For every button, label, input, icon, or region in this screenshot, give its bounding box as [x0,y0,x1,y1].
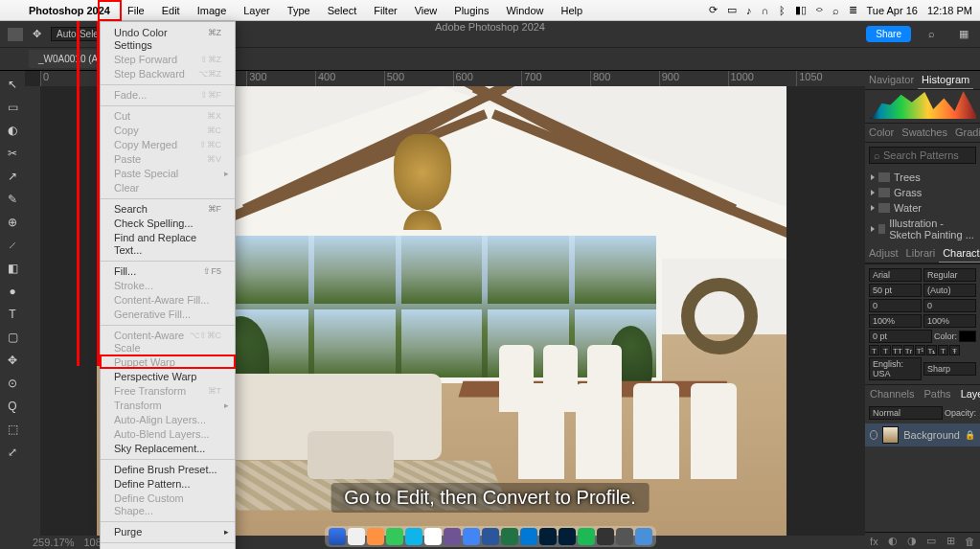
adj-icon[interactable]: ◑ [907,535,917,547]
va[interactable]: 0 [869,299,922,312]
menu-select[interactable]: Select [324,3,361,18]
font-family[interactable]: Arial [869,268,922,282]
dock-excel[interactable] [501,528,518,545]
menu-item[interactable]: Perspective Warp [101,370,235,384]
new-icon[interactable]: ⊞ [946,535,955,547]
layer-thumb[interactable] [882,426,899,444]
tool-15[interactable]: ⬚ [3,420,22,439]
headphones-icon[interactable]: ∩ [762,5,769,16]
menu-plugins[interactable]: Plugins [450,3,492,18]
dock-settings[interactable] [616,528,633,545]
tool-3[interactable]: ✂ [3,144,22,163]
menu-item[interactable]: Undo Color Settings⌘Z [101,26,235,53]
menu-view[interactable]: View [411,3,442,18]
search-patterns[interactable]: ⌕Search Patterns [869,147,976,164]
dock-app[interactable] [405,528,422,545]
fx-icon[interactable]: fx [870,536,878,547]
tool-7[interactable]: ⟋ [3,236,22,255]
tool-6[interactable]: ⊕ [3,213,22,232]
vscale[interactable]: 100% [869,314,922,328]
font-style[interactable]: Regular [923,268,976,282]
tab-layers[interactable]: Layers [956,385,980,402]
leading[interactable]: (Auto) [923,284,976,297]
lang[interactable]: English: USA [869,357,922,380]
menu-item[interactable]: Purge [101,525,235,539]
menu-item[interactable]: Define Pattern... [101,477,235,492]
move-tool-icon[interactable]: ✥ [33,28,41,40]
wifi-icon[interactable]: ⌔ [816,5,823,16]
dock-app[interactable] [520,528,537,545]
time[interactable]: 12:18 PM [927,5,972,16]
tracking[interactable]: 0 [923,299,976,312]
menu-filter[interactable]: Filter [370,3,400,18]
font-size[interactable]: 50 pt [869,284,922,297]
spotlight-icon[interactable]: ⌕ [832,5,839,16]
dock-finder[interactable] [329,528,346,545]
dock-photoshop[interactable] [539,528,557,545]
folder-icon[interactable]: ▭ [926,535,936,547]
pattern-folder[interactable]: Illustration - Sketch Painting ... [865,216,980,242]
dock-calendar[interactable] [424,528,442,545]
tab-paths[interactable]: Paths [919,385,955,402]
tool-11[interactable]: ▢ [3,328,22,347]
tool-5[interactable]: ✎ [3,190,22,209]
tab-swatches[interactable]: Swatches [898,124,951,142]
tab-color[interactable]: Color [865,124,898,142]
tool-14[interactable]: Q [3,397,22,416]
baseline[interactable]: 0 pt [869,330,932,343]
tool-4[interactable]: ↗ [3,167,22,186]
visibility-icon[interactable] [870,430,877,440]
tool-9[interactable]: ● [3,282,22,301]
search-icon[interactable]: ⌕ [928,28,942,41]
workspace-icon[interactable]: ▦ [959,28,972,41]
dock-word[interactable] [482,528,499,545]
tool-8[interactable]: ◧ [3,259,22,278]
tool-16[interactable]: ⤢ [3,443,22,462]
control-center-icon[interactable]: ≣ [849,4,857,16]
dock-app[interactable] [367,528,384,545]
ruler-vertical[interactable] [25,86,40,536]
menu-item[interactable]: Sky Replacement... [101,442,235,456]
dock-app[interactable] [348,528,365,545]
menu-edit[interactable]: Edit [158,3,184,18]
tool-2[interactable]: ◐ [3,121,22,140]
menu-layer[interactable]: Layer [239,3,274,18]
aa[interactable]: Sharp [923,362,976,376]
display-icon[interactable]: ▭ [727,4,737,16]
battery-icon[interactable]: ▮▯ [795,4,807,16]
dock-app[interactable] [444,528,461,545]
home-icon[interactable] [8,28,23,41]
date[interactable]: Tue Apr 16 [867,5,918,16]
tool-12[interactable]: ✥ [3,351,22,370]
menu-item[interactable]: Find and Replace Text... [101,231,235,258]
tab-libraries[interactable]: Librari [902,244,940,263]
zoom-level[interactable]: 259.17% [33,537,74,548]
status-icon[interactable]: ⟳ [709,4,718,16]
tab-channels[interactable]: Channels [865,385,919,402]
tool-13[interactable]: ⊙ [3,374,22,393]
menu-help[interactable]: Help [558,3,587,18]
dock-spotify[interactable] [578,528,595,545]
layer-name[interactable]: Background [903,429,960,441]
tool-1[interactable]: ▭ [3,98,22,117]
menu-type[interactable]: Type [284,3,314,18]
tab-character[interactable]: Character [939,244,980,263]
pattern-folder[interactable]: Trees [865,170,980,185]
mask-icon[interactable]: ◐ [888,535,898,547]
tab-gradients[interactable]: Gradients [951,124,980,142]
menu-item[interactable]: Search⌘F [101,202,235,217]
tool-10[interactable]: T [3,305,22,324]
blend-mode[interactable]: Normal [869,406,943,420]
layer-background[interactable]: Background 🔒 [865,423,980,446]
apple-icon[interactable] [8,9,15,12]
tool-0[interactable]: ↖ [3,75,22,94]
pattern-folder[interactable]: Water [865,200,980,216]
dock-app[interactable] [597,528,614,545]
menu-item[interactable]: Define Brush Preset... [101,463,235,477]
dock-app[interactable] [635,528,652,545]
tab-adjust[interactable]: Adjust [865,244,902,263]
audio-icon[interactable]: ♪ [746,5,752,16]
dock-app[interactable] [386,528,403,545]
menu-image[interactable]: Image [194,3,231,18]
bluetooth-icon[interactable]: ᛒ [779,5,786,16]
